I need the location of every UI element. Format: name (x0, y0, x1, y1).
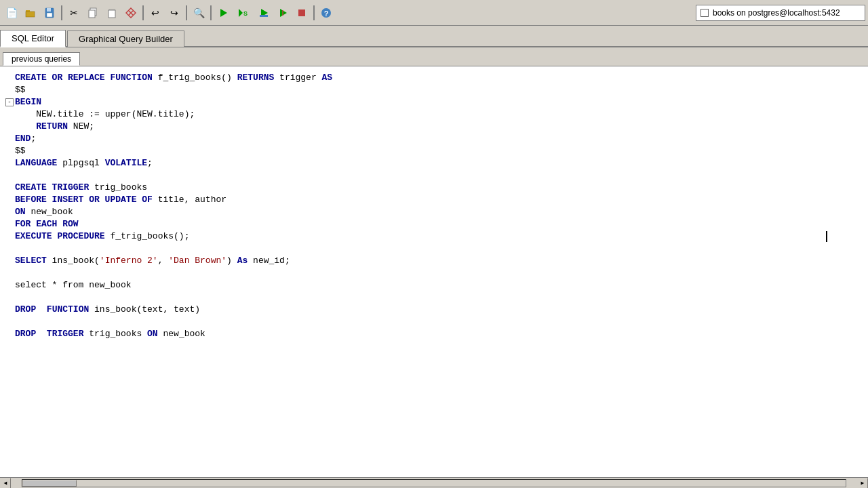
separator-1 (61, 5, 62, 20)
code-line (0, 169, 868, 182)
token-norm: f_trig_books() (153, 72, 237, 84)
sub-tab-previous-queries[interactable]: previous queries (3, 52, 80, 66)
svg-rect-3 (47, 8, 51, 12)
scroll-left-button[interactable]: ◀ (0, 478, 11, 489)
copy-button[interactable] (84, 4, 102, 22)
connection-checkbox (701, 9, 709, 17)
code-line: -BEGIN (0, 96, 868, 108)
code-line: SELECT ins_book('Inferno 2', 'Dan Brown'… (0, 255, 868, 267)
scroll-right-button[interactable]: ▶ (857, 478, 868, 489)
token-kw: FUNCTION (47, 304, 89, 316)
tab-bar: SQL Editor Graphical Query Builder (0, 26, 868, 47)
token-kw: ON (147, 328, 158, 340)
scroll-track[interactable] (22, 479, 846, 487)
redo-button[interactable]: ↪ (165, 4, 183, 22)
save-button[interactable] (41, 4, 58, 22)
svg-text:S: S (243, 10, 248, 17)
code-line: RETURN NEW; (0, 121, 868, 133)
token-norm (36, 328, 47, 340)
clear-button[interactable] (122, 4, 140, 22)
fold-button[interactable]: - (5, 98, 14, 106)
svg-rect-6 (89, 10, 95, 18)
code-line: CREATE TRIGGER trig_books (0, 182, 868, 194)
code-line: DROP TRIGGER trig_books ON new_book (0, 328, 868, 340)
code-line: NEW.title := upper(NEW.title); (0, 108, 868, 121)
code-line (0, 291, 868, 304)
token-norm (36, 304, 47, 316)
token-kw: LANGUAGE (15, 157, 57, 169)
token-kw: SELECT (15, 255, 47, 267)
svg-rect-0 (26, 10, 30, 12)
token-norm: ) (226, 255, 237, 267)
svg-marker-17 (280, 9, 287, 17)
token-norm: ; (31, 133, 36, 145)
token-norm: title, author (153, 194, 226, 206)
token-str: 'Dan Brown' (168, 255, 226, 267)
editor-area[interactable]: CREATE OR REPLACE FUNCTION f_trig_books(… (0, 66, 868, 477)
connection-label: books on postgres@localhost:5432 (713, 8, 840, 18)
code-line: select * from new_book (0, 279, 868, 291)
token-kw: BEGIN (15, 96, 41, 108)
tab-graphical-query-builder[interactable]: Graphical Query Builder (67, 30, 184, 47)
code-line: END; (0, 133, 868, 145)
token-norm: f_trig_books(); (105, 230, 190, 243)
token-kw: CREATE TRIGGER (15, 182, 89, 194)
token-kw: As (237, 255, 248, 267)
cut-button[interactable]: ✂ (65, 4, 83, 22)
indent (15, 121, 36, 133)
token-norm: $$ (15, 145, 26, 157)
token-kw: AS (322, 72, 333, 84)
svg-marker-12 (220, 9, 227, 17)
code-line (0, 316, 868, 328)
paste-button[interactable] (103, 4, 121, 22)
token-str: 'Inferno 2' (100, 255, 158, 267)
token-norm: trigger (274, 72, 321, 84)
token-norm: ins_book(text, text) (89, 304, 200, 316)
token-kw: RETURNS (237, 72, 275, 84)
execute-script-button[interactable]: S (233, 4, 254, 22)
find-button[interactable]: 🔍 (190, 4, 208, 22)
token-norm: plpgsql (57, 157, 104, 169)
open-button[interactable] (22, 4, 39, 22)
undo-button[interactable]: ↩ (146, 4, 164, 22)
token-kw: DROP (15, 328, 36, 340)
token-norm: trig_books (89, 182, 147, 194)
token-norm: ins_book( (47, 255, 100, 267)
token-kw: VOLATILE (105, 157, 147, 169)
sub-tab-bar: previous queries (0, 47, 868, 66)
scroll-thumb[interactable] (22, 480, 77, 487)
code-line: DROP FUNCTION ins_book(text, text) (0, 304, 868, 316)
token-kw: EXECUTE PROCEDURE (15, 230, 105, 243)
token-kw: FOR EACH ROW (15, 218, 79, 230)
new-button[interactable]: 📄 (3, 4, 20, 22)
svg-rect-16 (260, 15, 268, 17)
svg-rect-8 (108, 10, 115, 18)
indent (15, 108, 36, 121)
separator-4 (210, 5, 212, 20)
token-norm: NEW.title := upper(NEW.title); (36, 108, 195, 121)
code-line: $$ (0, 84, 868, 96)
autocommit-button[interactable] (274, 4, 292, 22)
stop-button[interactable] (293, 4, 311, 22)
separator-5 (313, 5, 315, 20)
token-norm: trig_books (83, 328, 147, 340)
code-line: FOR EACH ROW (0, 218, 868, 230)
code-line: CREATE OR REPLACE FUNCTION f_trig_books(… (0, 72, 868, 84)
text-cursor (826, 231, 827, 242)
code-line: EXECUTE PROCEDURE f_trig_books(); (0, 230, 868, 243)
token-norm: , (158, 255, 169, 267)
execute-button[interactable] (214, 4, 232, 22)
separator-2 (142, 5, 144, 20)
tab-sql-editor[interactable]: SQL Editor (0, 30, 66, 47)
svg-marker-13 (239, 9, 243, 17)
token-norm: select * from new_book (15, 279, 132, 291)
separator-3 (186, 5, 187, 20)
code-line: BEFORE INSERT OR UPDATE OF title, author (0, 194, 868, 206)
svg-rect-1 (26, 12, 35, 17)
help-button[interactable]: ? (317, 4, 335, 22)
token-kw: ON (15, 206, 26, 218)
save-result-button[interactable] (255, 4, 273, 22)
code-line (0, 267, 868, 279)
token-kw: RETURN (36, 121, 68, 133)
connection-box: books on postgres@localhost:5432 (696, 5, 865, 21)
